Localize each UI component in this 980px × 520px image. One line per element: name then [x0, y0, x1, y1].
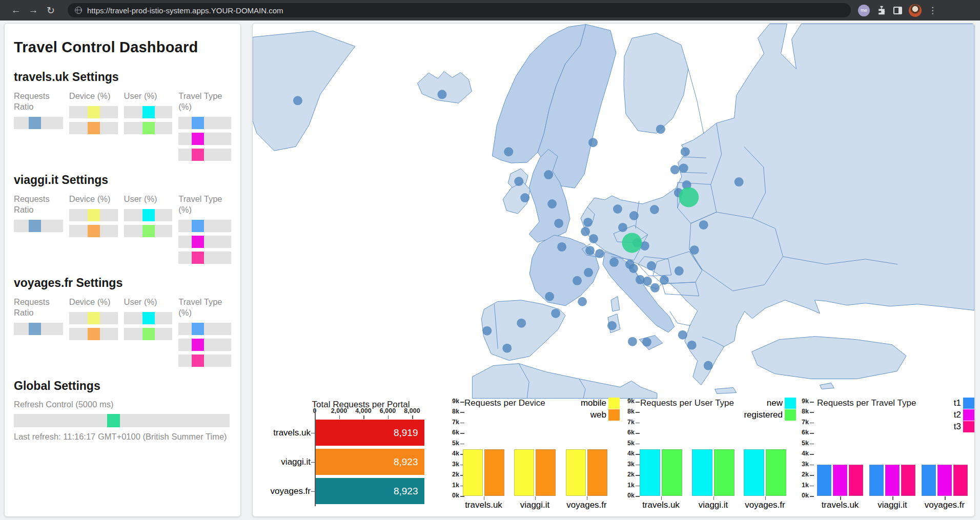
travel-slider-2[interactable] — [178, 252, 231, 264]
y-axis-tick-mark — [810, 402, 814, 403]
device-slider-1[interactable] — [69, 328, 118, 340]
travel-slider-1[interactable] — [178, 339, 231, 351]
y-axis-tick-label: 2k — [444, 471, 459, 478]
url-text[interactable]: https://travel-prod-istio-system.apps.YO… — [87, 6, 283, 15]
requests-slider-0[interactable] — [14, 117, 63, 129]
legend-label-t1: t1 — [900, 398, 961, 408]
y-axis-tick-label: 4k — [793, 450, 809, 457]
device-slider-thumb-1[interactable] — [88, 225, 100, 237]
legend-label-registered: registered — [721, 410, 783, 420]
y-axis-tick-mark — [636, 454, 640, 455]
user-slider-thumb-1[interactable] — [142, 225, 155, 237]
y-axis-tick-label: 8k — [793, 408, 809, 415]
y-axis-tick-label: 6k — [444, 429, 459, 436]
travel-slider-thumb-1[interactable] — [192, 236, 204, 248]
slider-column-travel: Travel Type (%) — [178, 91, 231, 164]
back-button[interactable]: ← — [7, 5, 25, 16]
device-slider-1[interactable] — [69, 225, 118, 237]
y-axis-tick-label: 4k — [619, 450, 635, 457]
section-sliders: Requests RatioDevice (%)User (%)Travel T… — [14, 297, 231, 370]
requests-slider-0[interactable] — [14, 220, 63, 232]
refresh-control-label: Refresh Control (5000 ms) — [14, 400, 231, 409]
user-slider-thumb-0[interactable] — [142, 106, 155, 118]
refresh-slider-thumb[interactable] — [107, 414, 120, 427]
device-slider-1[interactable] — [69, 122, 118, 134]
device-slider-thumb-0[interactable] — [88, 106, 100, 118]
y-axis-tick-label: 8k — [444, 408, 459, 415]
profile-avatar[interactable] — [909, 4, 922, 17]
charts-area: Total Requests per Portal02,0004,0006,00… — [253, 24, 975, 517]
y-axis-tick-label: 3k — [619, 461, 635, 468]
requests-slider-0[interactable] — [14, 323, 63, 335]
address-bar[interactable]: https://travel-prod-istio-system.apps.YO… — [68, 3, 851, 17]
device-slider-0[interactable] — [69, 209, 118, 221]
settings-section-2: voyages.fr SettingsRequests RatioDevice … — [14, 276, 231, 370]
travel-slider-thumb-2[interactable] — [192, 252, 204, 264]
settings-section-1: viaggi.it SettingsRequests RatioDevice (… — [14, 173, 231, 267]
slider-column-travel: Travel Type (%) — [178, 297, 231, 370]
y-axis-tick-label: 5k — [444, 440, 459, 447]
reload-button[interactable]: ↻ — [42, 5, 59, 16]
travel-slider-thumb-0[interactable] — [192, 117, 204, 129]
extensions-puzzle-icon[interactable] — [876, 5, 887, 15]
y-axis-tick-label: 7k — [444, 419, 459, 426]
requests-slider-thumb-0[interactable] — [29, 323, 41, 335]
user-slider-thumb-1[interactable] — [142, 122, 155, 134]
user-slider-0[interactable] — [124, 106, 173, 118]
device-slider-thumb-0[interactable] — [88, 312, 100, 324]
travel-slider-0[interactable] — [178, 220, 231, 232]
user-slider-thumb-0[interactable] — [142, 312, 155, 324]
travel-slider-thumb-2[interactable] — [192, 149, 204, 161]
travel-slider-1[interactable] — [178, 133, 231, 145]
portal-category-label: voyages.fr — [914, 500, 975, 510]
user-slider-0[interactable] — [124, 209, 173, 221]
grouped-bar-registered — [714, 449, 734, 496]
category-tick-mark — [765, 496, 766, 500]
portal-category-label: travels.uk — [253, 420, 311, 446]
travel-slider-thumb-0[interactable] — [192, 323, 204, 335]
refresh-slider[interactable] — [14, 414, 230, 427]
y-axis-tick-label: 9k — [793, 398, 809, 405]
browser-menu-icon[interactable]: ⋮ — [928, 5, 937, 16]
requests-slider-thumb-0[interactable] — [29, 220, 41, 232]
device-slider-thumb-1[interactable] — [88, 122, 100, 134]
column-label-user: User (%) — [124, 194, 173, 204]
requests-slider-thumb-0[interactable] — [29, 117, 41, 129]
travel-slider-thumb-2[interactable] — [192, 355, 204, 367]
slider-column-requests: Requests Ratio — [14, 297, 63, 370]
y-axis-tick-mark — [810, 496, 814, 497]
travel-slider-thumb-0[interactable] — [192, 220, 204, 232]
grouped-bar-t3 — [901, 465, 915, 496]
browser-toolbar: ← → ↻ https://travel-prod-istio-system.a… — [0, 0, 980, 20]
travel-slider-thumb-1[interactable] — [192, 339, 204, 351]
user-slider-1[interactable] — [124, 328, 173, 340]
user-slider-1[interactable] — [124, 225, 173, 237]
device-slider-0[interactable] — [69, 312, 118, 324]
travel-slider-2[interactable] — [178, 355, 231, 367]
travel-slider-2[interactable] — [178, 149, 231, 161]
travel-slider-1[interactable] — [178, 236, 231, 248]
slider-column-user: User (%) — [124, 194, 173, 267]
user-slider-1[interactable] — [124, 122, 173, 134]
forward-button[interactable]: → — [25, 5, 42, 16]
slider-column-device: Device (%) — [69, 91, 118, 164]
category-tick-mark — [587, 496, 588, 500]
user-slider-thumb-0[interactable] — [142, 209, 155, 221]
grouped-bar-new — [744, 449, 764, 496]
grouped-bar-registered — [766, 449, 786, 496]
extension-badge-icon[interactable]: me — [858, 5, 870, 16]
user-slider-0[interactable] — [124, 312, 173, 324]
y-axis-tick-label: 1k — [619, 482, 635, 489]
grouped-bar-t1 — [817, 465, 831, 496]
travel-slider-thumb-1[interactable] — [192, 133, 204, 145]
x-axis-tick-label: 6,000 — [376, 407, 400, 414]
device-slider-thumb-0[interactable] — [88, 209, 100, 221]
side-panel-icon[interactable] — [893, 7, 902, 14]
column-label-travel: Travel Type (%) — [178, 297, 231, 318]
travel-slider-0[interactable] — [178, 117, 231, 129]
user-slider-thumb-1[interactable] — [142, 328, 155, 340]
device-slider-0[interactable] — [69, 106, 118, 118]
y-axis-tick-label: 5k — [619, 440, 635, 447]
device-slider-thumb-1[interactable] — [88, 328, 100, 340]
travel-slider-0[interactable] — [178, 323, 231, 335]
